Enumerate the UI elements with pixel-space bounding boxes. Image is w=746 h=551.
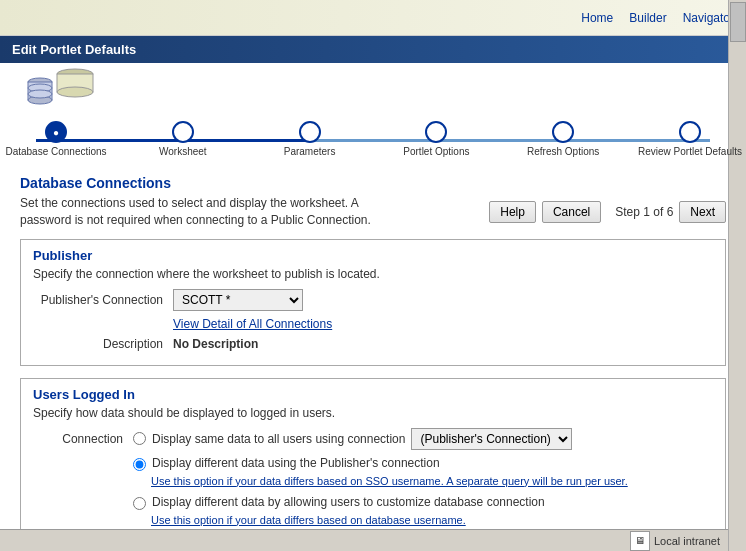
page-title: Edit Portlet Defaults	[12, 42, 136, 57]
svg-point-7	[28, 90, 52, 98]
wizard-step-6[interactable]: Review Portlet Defaults	[650, 121, 730, 157]
publisher-connection-label: Publisher's Connection	[33, 293, 173, 307]
same-data-dropdown[interactable]: (Publisher's Connection)	[411, 428, 572, 450]
step-label-5: Refresh Options	[527, 146, 599, 157]
cancel-button[interactable]: Cancel	[542, 201, 601, 223]
status-text: Local intranet	[654, 535, 720, 547]
step-label-3: Parameters	[284, 146, 336, 157]
users-description: Specify how data should be displayed to …	[33, 406, 713, 420]
description-label: Description	[33, 337, 173, 351]
step-label-6: Review Portlet Defaults	[638, 146, 742, 157]
builder-link[interactable]: Builder	[629, 11, 666, 25]
step-label-1: Database Connections	[5, 146, 106, 157]
wizard-step-5[interactable]: Refresh Options	[523, 121, 603, 157]
wizard-step-4[interactable]: Portlet Options	[396, 121, 476, 157]
header-icon	[20, 66, 110, 110]
step-label-2: Worksheet	[159, 146, 207, 157]
step-circle-1: ●	[45, 121, 67, 143]
top-nav: Home Builder Navigator	[581, 11, 734, 25]
radio-customize-row: Display different data by allowing users…	[133, 495, 713, 510]
view-all-connections-row: View Detail of All Connections	[33, 317, 713, 331]
radio-same-data-label: Display same data to all users using con…	[152, 432, 405, 446]
computer-icon: 🖥	[630, 531, 650, 551]
wizard-step-2[interactable]: Worksheet	[143, 121, 223, 157]
section-heading: Database Connections	[20, 175, 726, 191]
step-circle-6	[679, 121, 701, 143]
connection-label: Connection	[43, 432, 133, 446]
navigator-link[interactable]: Navigator	[683, 11, 734, 25]
publisher-title: Publisher	[33, 248, 713, 263]
radio-customize-hint: Use this option if your data differs bas…	[151, 514, 713, 526]
connection-row: Connection Display same data to all user…	[33, 428, 713, 450]
svg-point-2	[57, 87, 93, 97]
header-area	[0, 63, 746, 113]
radio-customize-connection[interactable]	[133, 497, 146, 510]
step-info: Step 1 of 6	[615, 205, 673, 219]
main-content: Database Connections Set the connections…	[0, 165, 746, 551]
next-button[interactable]: Next	[679, 201, 726, 223]
wizard-step-1[interactable]: ● Database Connections	[16, 121, 96, 157]
help-button[interactable]: Help	[489, 201, 536, 223]
radio-publisher-connection[interactable]	[133, 458, 146, 471]
description-block: Set the connections used to select and d…	[20, 195, 400, 229]
description-value: No Description	[173, 337, 258, 351]
wizard-step-3[interactable]: Parameters	[270, 121, 350, 157]
publisher-connection-row: Publisher's Connection SCOTT *	[33, 289, 713, 311]
title-bar: Edit Portlet Defaults	[0, 36, 746, 63]
action-row: Set the connections used to select and d…	[20, 195, 726, 229]
publisher-connection-dropdown[interactable]: SCOTT *	[173, 289, 303, 311]
step-circle-2	[172, 121, 194, 143]
users-title: Users Logged In	[33, 387, 713, 402]
step-circle-5	[552, 121, 574, 143]
publisher-description: Specify the connection where the workshe…	[33, 267, 713, 281]
radio-customize-label: Display different data by allowing users…	[152, 495, 545, 509]
scrollbar-thumb[interactable]	[730, 2, 746, 42]
wizard-bar: ● Database Connections Worksheet Paramet…	[0, 113, 746, 165]
step-circle-3	[299, 121, 321, 143]
scrollbar[interactable]	[728, 0, 746, 551]
wizard-steps: ● Database Connections Worksheet Paramet…	[16, 121, 730, 157]
step-label-4: Portlet Options	[403, 146, 469, 157]
home-link[interactable]: Home	[581, 11, 613, 25]
wizard-line-container: ● Database Connections Worksheet Paramet…	[16, 121, 730, 157]
users-logged-in-box: Users Logged In Specify how data should …	[20, 378, 726, 551]
radio-publisher-hint: Use this option if your data differs bas…	[151, 475, 713, 487]
action-buttons: Help Cancel Step 1 of 6 Next	[489, 201, 726, 223]
radio-publisher-label: Display different data using the Publish…	[152, 456, 440, 470]
status-bar: 🖥 Local intranet	[0, 529, 728, 551]
radio-publisher-row: Display different data using the Publish…	[133, 456, 713, 471]
step-circle-4	[425, 121, 447, 143]
publisher-box: Publisher Specify the connection where t…	[20, 239, 726, 366]
radio-same-data[interactable]	[133, 432, 146, 445]
description-row: Description No Description	[33, 337, 713, 351]
top-bar: Home Builder Navigator	[0, 0, 746, 36]
view-all-connections-link[interactable]: View Detail of All Connections	[173, 317, 332, 331]
